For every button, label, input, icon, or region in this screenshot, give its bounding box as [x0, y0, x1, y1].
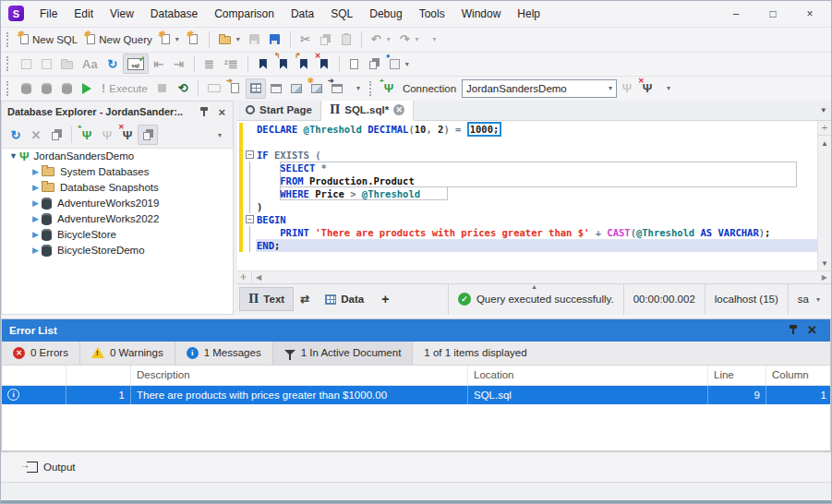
maximize-button[interactable]: □	[766, 7, 779, 20]
error-list-row[interactable]: i1There are products with prices greater…	[2, 386, 830, 404]
clear-bookmarks-button[interactable]: ✕	[314, 54, 334, 74]
connect-button[interactable]: Ψ	[617, 78, 637, 99]
tree-item-bicyclestoredemo[interactable]: ▶BicycleStoreDemo	[2, 243, 233, 258]
scroll-up-icon[interactable]: ▲	[821, 136, 828, 148]
run-button[interactable]	[77, 78, 97, 99]
new-connection-button[interactable]: Ψ+	[379, 78, 399, 99]
toolbar-grip[interactable]	[6, 56, 11, 71]
menu-debug[interactable]: Debug	[361, 4, 410, 24]
float-window-button[interactable]: ➜	[327, 78, 347, 99]
close-button[interactable]: ×	[803, 7, 816, 20]
folder-options-button[interactable]	[56, 54, 78, 74]
outdent-button[interactable]: ⇤	[149, 54, 169, 74]
save-button[interactable]	[245, 30, 265, 50]
add-view-button[interactable]: +	[373, 292, 397, 306]
vertical-scrollbar[interactable]: ÷ ▲ ▼	[817, 121, 831, 270]
document-list-dropdown-icon[interactable]: ▾	[821, 105, 831, 114]
chevron-right-icon[interactable]: ▶	[30, 183, 42, 192]
tree-item-database-snapshots[interactable]: ▶Database Snapshots	[2, 180, 233, 196]
indent-button[interactable]: ⇥	[169, 54, 189, 74]
validate-sql-button[interactable]	[123, 54, 149, 74]
document-outline-button[interactable]	[344, 54, 365, 74]
save-all-button[interactable]	[265, 30, 285, 50]
menu-help[interactable]: Help	[509, 4, 549, 24]
export-document-button[interactable]: ➜	[225, 78, 246, 99]
refresh-button[interactable]: ↻	[102, 54, 123, 74]
fold-collapse-icon[interactable]: −	[246, 150, 254, 159]
split-editor-handle[interactable]: ÷	[237, 271, 252, 282]
scroll-down-icon[interactable]: ▼	[821, 259, 828, 270]
connect-button[interactable]: Ψ	[97, 125, 117, 145]
filter-1-messages[interactable]: i1 Messages	[175, 342, 273, 365]
database-ok-button[interactable]	[56, 78, 77, 99]
chevron-right-icon[interactable]: ▶	[30, 214, 42, 223]
cut-button[interactable]: ✂	[295, 30, 316, 50]
close-icon[interactable]: ✕	[807, 323, 817, 337]
chevron-down-icon[interactable]: ▾	[416, 35, 419, 43]
collapse-panel-icon[interactable]: ▲	[531, 283, 537, 291]
chevron-down-icon[interactable]: ▾	[236, 35, 240, 43]
execute-button[interactable]: !Execute	[97, 78, 152, 99]
new-query-button[interactable]: ✱New Query	[82, 30, 157, 50]
tools-more-dropdown[interactable]: ▾	[347, 78, 368, 99]
chevron-right-icon[interactable]: ▶	[30, 230, 42, 239]
database-check-button[interactable]	[36, 78, 56, 99]
new-document-button[interactable]: ✱▾	[157, 30, 184, 50]
new-sql-button[interactable]: ✱New SQL	[16, 30, 82, 50]
chevron-down-icon[interactable]: ▾	[609, 84, 612, 92]
undo-button[interactable]: ↶▾	[367, 30, 395, 50]
code-structure-button[interactable]	[365, 54, 385, 74]
chevron-right-icon[interactable]: ▶	[30, 167, 42, 176]
paste-button[interactable]	[336, 30, 356, 50]
filter-0-warnings[interactable]: 0 Warnings	[80, 342, 175, 365]
toolbar-grip[interactable]	[369, 81, 374, 96]
refresh-button[interactable]: ↻	[6, 125, 26, 145]
chevron-down-icon[interactable]: ▼	[7, 151, 19, 161]
execution-history-button[interactable]: ⟲	[173, 78, 193, 99]
tab-text-view[interactable]: Π Text	[239, 287, 294, 311]
edit-more-dropdown[interactable]: ▾	[424, 30, 444, 50]
tree-item-system-databases[interactable]: ▶System Databases	[2, 164, 233, 180]
new-image-button[interactable]: ✱	[307, 78, 327, 99]
keyboard-button[interactable]	[203, 78, 225, 99]
chevron-down-icon[interactable]: ▾	[218, 131, 222, 139]
chevron-down-icon[interactable]: ▾	[175, 35, 179, 43]
close-icon[interactable]: ×	[218, 105, 225, 119]
tree-item-jordansandersdemo[interactable]: ▼ΨJordanSandersDemo	[2, 149, 233, 164]
menu-edit[interactable]: Edit	[66, 4, 102, 24]
scroll-left-icon[interactable]: ◀	[252, 273, 265, 282]
menu-data[interactable]: Data	[283, 4, 322, 24]
previous-bookmark-button[interactable]: ↰	[273, 54, 294, 74]
new-object-button[interactable]: ✱	[184, 30, 204, 50]
split-editor-handle[interactable]: ÷	[818, 121, 831, 136]
database-edit-button[interactable]	[16, 78, 36, 99]
tree-item-adventureworks2019[interactable]: ▶AdventureWorks2019	[2, 196, 233, 211]
connection-host[interactable]: localhost (15)	[705, 284, 788, 315]
chevron-down-icon[interactable]: ▾	[667, 84, 670, 92]
tab-output[interactable]: Output	[19, 458, 83, 476]
minimize-button[interactable]: –	[730, 7, 742, 20]
menu-file[interactable]: File	[31, 4, 66, 24]
chevron-down-icon[interactable]: ▾	[356, 84, 360, 92]
change-case-button[interactable]: Aa	[78, 54, 102, 74]
chevron-down-icon[interactable]: ▾	[433, 35, 437, 43]
toggle-bookmark-button[interactable]	[253, 54, 273, 74]
comment-button[interactable]: ≣	[199, 54, 220, 74]
explorer-more-dropdown[interactable]: ▾	[209, 125, 229, 145]
close-tab-icon[interactable]: ✕	[393, 104, 404, 115]
redo-button[interactable]: ↷▾	[395, 30, 424, 50]
code-area[interactable]: −− DECLARE @Threshold DECIMAL(10, 2) = 1…	[237, 121, 831, 270]
chevron-right-icon[interactable]: ▶	[30, 198, 42, 208]
open-file-button[interactable]: ▾	[214, 30, 245, 50]
column-header-line[interactable]: Line	[708, 366, 766, 385]
disconnect-button[interactable]: Ψ✕	[117, 125, 138, 145]
menu-comparison[interactable]: Comparison	[206, 4, 283, 24]
menu-window[interactable]: Window	[453, 4, 510, 24]
uncomment-button[interactable]: ²≣	[220, 54, 243, 74]
filter-0-errors[interactable]: ✕0 Errors	[2, 342, 80, 365]
menu-view[interactable]: View	[102, 4, 142, 24]
next-bookmark-button[interactable]: ↱	[294, 54, 314, 74]
tab-data-view[interactable]: Data	[316, 287, 373, 311]
tree-item-bicyclestore[interactable]: ▶BicycleStore	[2, 227, 233, 243]
copy-button[interactable]	[316, 30, 336, 50]
